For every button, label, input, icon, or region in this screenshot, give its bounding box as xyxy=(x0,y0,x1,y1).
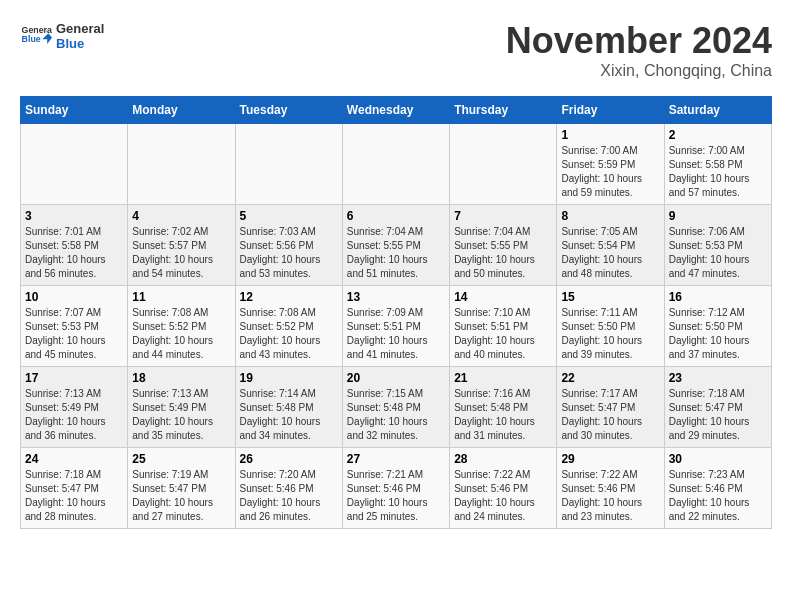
day-info: Sunrise: 7:13 AMSunset: 5:49 PMDaylight:… xyxy=(25,387,123,443)
day-info: Sunrise: 7:16 AMSunset: 5:48 PMDaylight:… xyxy=(454,387,552,443)
day-info: Sunrise: 7:17 AMSunset: 5:47 PMDaylight:… xyxy=(561,387,659,443)
day-number: 15 xyxy=(561,290,659,304)
day-number: 22 xyxy=(561,371,659,385)
column-header-tuesday: Tuesday xyxy=(235,97,342,124)
day-number: 8 xyxy=(561,209,659,223)
calendar-cell: 1Sunrise: 7:00 AMSunset: 5:59 PMDaylight… xyxy=(557,124,664,205)
day-number: 17 xyxy=(25,371,123,385)
calendar-cell: 11Sunrise: 7:08 AMSunset: 5:52 PMDayligh… xyxy=(128,286,235,367)
day-info: Sunrise: 7:04 AMSunset: 5:55 PMDaylight:… xyxy=(347,225,445,281)
day-info: Sunrise: 7:09 AMSunset: 5:51 PMDaylight:… xyxy=(347,306,445,362)
day-info: Sunrise: 7:18 AMSunset: 5:47 PMDaylight:… xyxy=(669,387,767,443)
day-info: Sunrise: 7:11 AMSunset: 5:50 PMDaylight:… xyxy=(561,306,659,362)
column-header-saturday: Saturday xyxy=(664,97,771,124)
day-info: Sunrise: 7:22 AMSunset: 5:46 PMDaylight:… xyxy=(454,468,552,524)
day-info: Sunrise: 7:12 AMSunset: 5:50 PMDaylight:… xyxy=(669,306,767,362)
calendar-cell: 2Sunrise: 7:00 AMSunset: 5:58 PMDaylight… xyxy=(664,124,771,205)
day-number: 2 xyxy=(669,128,767,142)
column-header-wednesday: Wednesday xyxy=(342,97,449,124)
column-header-monday: Monday xyxy=(128,97,235,124)
day-info: Sunrise: 7:15 AMSunset: 5:48 PMDaylight:… xyxy=(347,387,445,443)
calendar-cell: 10Sunrise: 7:07 AMSunset: 5:53 PMDayligh… xyxy=(21,286,128,367)
calendar-cell: 23Sunrise: 7:18 AMSunset: 5:47 PMDayligh… xyxy=(664,367,771,448)
location: Xixin, Chongqing, China xyxy=(506,62,772,80)
calendar-cell xyxy=(235,124,342,205)
day-number: 10 xyxy=(25,290,123,304)
calendar-cell: 17Sunrise: 7:13 AMSunset: 5:49 PMDayligh… xyxy=(21,367,128,448)
day-number: 1 xyxy=(561,128,659,142)
column-header-friday: Friday xyxy=(557,97,664,124)
calendar-cell: 19Sunrise: 7:14 AMSunset: 5:48 PMDayligh… xyxy=(235,367,342,448)
calendar-cell: 22Sunrise: 7:17 AMSunset: 5:47 PMDayligh… xyxy=(557,367,664,448)
week-row-3: 10Sunrise: 7:07 AMSunset: 5:53 PMDayligh… xyxy=(21,286,772,367)
day-number: 18 xyxy=(132,371,230,385)
day-number: 21 xyxy=(454,371,552,385)
day-number: 14 xyxy=(454,290,552,304)
day-number: 26 xyxy=(240,452,338,466)
day-number: 23 xyxy=(669,371,767,385)
day-number: 12 xyxy=(240,290,338,304)
day-number: 11 xyxy=(132,290,230,304)
day-number: 9 xyxy=(669,209,767,223)
calendar-cell xyxy=(450,124,557,205)
calendar-cell: 3Sunrise: 7:01 AMSunset: 5:58 PMDaylight… xyxy=(21,205,128,286)
day-number: 19 xyxy=(240,371,338,385)
day-number: 4 xyxy=(132,209,230,223)
page-header: General Blue General Blue November 2024 … xyxy=(20,20,772,80)
calendar-cell: 5Sunrise: 7:03 AMSunset: 5:56 PMDaylight… xyxy=(235,205,342,286)
day-info: Sunrise: 7:02 AMSunset: 5:57 PMDaylight:… xyxy=(132,225,230,281)
calendar-table: SundayMondayTuesdayWednesdayThursdayFrid… xyxy=(20,96,772,529)
day-number: 20 xyxy=(347,371,445,385)
title-block: November 2024 Xixin, Chongqing, China xyxy=(506,20,772,80)
day-number: 3 xyxy=(25,209,123,223)
calendar-cell: 29Sunrise: 7:22 AMSunset: 5:46 PMDayligh… xyxy=(557,448,664,529)
calendar-cell xyxy=(342,124,449,205)
day-number: 28 xyxy=(454,452,552,466)
calendar-cell: 6Sunrise: 7:04 AMSunset: 5:55 PMDaylight… xyxy=(342,205,449,286)
day-info: Sunrise: 7:05 AMSunset: 5:54 PMDaylight:… xyxy=(561,225,659,281)
calendar-cell xyxy=(128,124,235,205)
calendar-cell: 12Sunrise: 7:08 AMSunset: 5:52 PMDayligh… xyxy=(235,286,342,367)
week-row-5: 24Sunrise: 7:18 AMSunset: 5:47 PMDayligh… xyxy=(21,448,772,529)
logo: General Blue General Blue xyxy=(20,20,104,52)
day-number: 30 xyxy=(669,452,767,466)
calendar-cell: 30Sunrise: 7:23 AMSunset: 5:46 PMDayligh… xyxy=(664,448,771,529)
day-info: Sunrise: 7:22 AMSunset: 5:46 PMDaylight:… xyxy=(561,468,659,524)
day-info: Sunrise: 7:00 AMSunset: 5:58 PMDaylight:… xyxy=(669,144,767,200)
day-info: Sunrise: 7:13 AMSunset: 5:49 PMDaylight:… xyxy=(132,387,230,443)
calendar-cell: 4Sunrise: 7:02 AMSunset: 5:57 PMDaylight… xyxy=(128,205,235,286)
day-info: Sunrise: 7:00 AMSunset: 5:59 PMDaylight:… xyxy=(561,144,659,200)
day-info: Sunrise: 7:10 AMSunset: 5:51 PMDaylight:… xyxy=(454,306,552,362)
calendar-cell: 13Sunrise: 7:09 AMSunset: 5:51 PMDayligh… xyxy=(342,286,449,367)
day-info: Sunrise: 7:23 AMSunset: 5:46 PMDaylight:… xyxy=(669,468,767,524)
logo-icon: General Blue xyxy=(20,20,52,52)
calendar-cell: 24Sunrise: 7:18 AMSunset: 5:47 PMDayligh… xyxy=(21,448,128,529)
calendar-cell: 20Sunrise: 7:15 AMSunset: 5:48 PMDayligh… xyxy=(342,367,449,448)
calendar-cell: 8Sunrise: 7:05 AMSunset: 5:54 PMDaylight… xyxy=(557,205,664,286)
day-info: Sunrise: 7:08 AMSunset: 5:52 PMDaylight:… xyxy=(240,306,338,362)
day-info: Sunrise: 7:04 AMSunset: 5:55 PMDaylight:… xyxy=(454,225,552,281)
day-number: 13 xyxy=(347,290,445,304)
day-number: 24 xyxy=(25,452,123,466)
calendar-body: 1Sunrise: 7:00 AMSunset: 5:59 PMDaylight… xyxy=(21,124,772,529)
week-row-4: 17Sunrise: 7:13 AMSunset: 5:49 PMDayligh… xyxy=(21,367,772,448)
day-number: 27 xyxy=(347,452,445,466)
day-info: Sunrise: 7:19 AMSunset: 5:47 PMDaylight:… xyxy=(132,468,230,524)
day-info: Sunrise: 7:07 AMSunset: 5:53 PMDaylight:… xyxy=(25,306,123,362)
calendar-cell: 21Sunrise: 7:16 AMSunset: 5:48 PMDayligh… xyxy=(450,367,557,448)
calendar-cell: 28Sunrise: 7:22 AMSunset: 5:46 PMDayligh… xyxy=(450,448,557,529)
day-number: 6 xyxy=(347,209,445,223)
day-info: Sunrise: 7:01 AMSunset: 5:58 PMDaylight:… xyxy=(25,225,123,281)
month-title: November 2024 xyxy=(506,20,772,62)
day-number: 7 xyxy=(454,209,552,223)
calendar-cell: 9Sunrise: 7:06 AMSunset: 5:53 PMDaylight… xyxy=(664,205,771,286)
day-number: 25 xyxy=(132,452,230,466)
calendar-cell: 16Sunrise: 7:12 AMSunset: 5:50 PMDayligh… xyxy=(664,286,771,367)
column-header-sunday: Sunday xyxy=(21,97,128,124)
column-header-thursday: Thursday xyxy=(450,97,557,124)
header-row: SundayMondayTuesdayWednesdayThursdayFrid… xyxy=(21,97,772,124)
calendar-cell: 25Sunrise: 7:19 AMSunset: 5:47 PMDayligh… xyxy=(128,448,235,529)
calendar-cell: 15Sunrise: 7:11 AMSunset: 5:50 PMDayligh… xyxy=(557,286,664,367)
week-row-2: 3Sunrise: 7:01 AMSunset: 5:58 PMDaylight… xyxy=(21,205,772,286)
svg-text:General: General xyxy=(22,25,52,35)
